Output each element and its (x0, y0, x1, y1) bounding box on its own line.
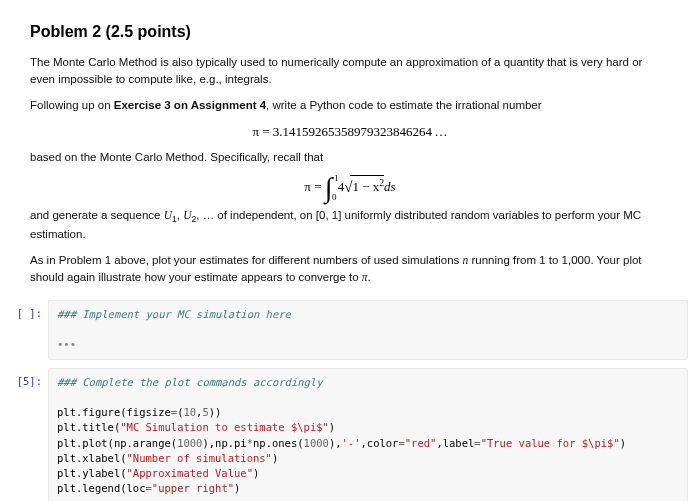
intro-paragraph: The Monte Carlo Method is also typically… (30, 54, 670, 89)
ellipsis: ••• (57, 338, 76, 350)
text: . (368, 271, 371, 283)
code-comment: ### Complete the plot commands according… (57, 376, 323, 388)
sequence-paragraph: and generate a sequence U1, U2, … of ind… (30, 207, 670, 243)
code-input[interactable]: ### Complete the plot commands according… (48, 368, 688, 501)
u1: U (164, 209, 172, 221)
ds: ds (384, 179, 396, 194)
plot-paragraph: As in Problem 1 above, plot your estimat… (30, 252, 670, 287)
in-prompt: [5]: (0, 368, 48, 389)
exercise-ref: Exercise 3 on Assignment 4 (114, 99, 266, 111)
in-prompt: [ ]: (0, 300, 48, 321)
pi-eq-text: π = 3.14159265358979323846264 … (252, 124, 447, 139)
lhs: π = (304, 179, 321, 194)
pi-value-equation: π = 3.14159265358979323846264 … (30, 122, 670, 142)
radicand: 1 − x2 (350, 175, 384, 197)
text: Following up on (30, 99, 114, 111)
integral-sign: ∫10 (325, 177, 335, 199)
document-page: Poblem 2 (2.5 points) The Monte Carlo Me… (0, 0, 700, 501)
followup-paragraph: Following up on Exercise 3 on Assignment… (30, 97, 670, 114)
text: As in Problem 1 above, plot your estimat… (30, 254, 463, 266)
integral-equation: π = ∫10 4√1 − x2ds (30, 175, 670, 200)
code-input[interactable]: ### Implement your MC simulation here ••… (48, 300, 688, 360)
text: , write a Python code to estimate the ir… (266, 99, 542, 111)
notebook-cells: [ ]: ### Implement your MC simulation he… (0, 300, 700, 501)
recall-paragraph: based on the Monte Carlo Method. Specifi… (30, 149, 670, 166)
code-comment: ### Implement your MC simulation here (57, 308, 291, 320)
problem-title: Poblem 2 (2.5 points) (30, 20, 670, 44)
code-cell-1: [ ]: ### Implement your MC simulation he… (0, 300, 700, 368)
text: and generate a sequence (30, 209, 164, 221)
code-cell-2: [5]: ### Complete the plot commands acco… (0, 368, 700, 501)
